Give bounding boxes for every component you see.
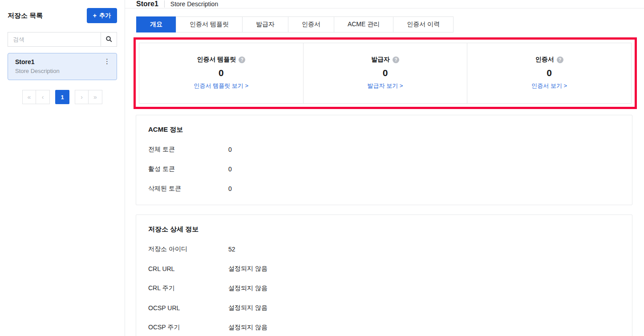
info-row-total-tokens: 전체 토큰 0 [148, 146, 620, 154]
info-label: 저장소 아이디 [148, 245, 228, 253]
store-title: Store1 [136, 0, 158, 8]
stat-issuer: 발급자 ? 0 발급자 보기 > [303, 43, 467, 103]
stat-certificate-template-value: 0 [139, 68, 303, 78]
pagination-prev-button[interactable]: ‹ [36, 90, 50, 104]
sidebar-header: 저장소 목록 + 추가 [8, 8, 117, 23]
info-label: 활성 토큰 [148, 165, 228, 173]
info-label: OCSP 주기 [148, 324, 228, 332]
search-icon [105, 36, 112, 44]
info-value: 설정되지 않음 [228, 324, 267, 332]
acme-info-card: ACME 정보 전체 토큰 0 활성 토큰 0 삭제된 토큰 0 [136, 115, 632, 205]
store-search-input[interactable] [8, 32, 101, 46]
stats-summary-card: 인증서 템플릿 ? 0 인증서 템플릿 보기 > 발급자 ? 0 발급자 보기 … [139, 43, 632, 104]
tab-certificate-template[interactable]: 인증서 템플릿 [176, 16, 243, 32]
add-store-button[interactable]: + 추가 [87, 8, 117, 23]
help-icon[interactable]: ? [393, 57, 399, 63]
info-value: 설정되지 않음 [228, 265, 267, 273]
store-item-menu-icon[interactable]: ⋮ [102, 57, 112, 66]
pagination-current-page[interactable]: 1 [55, 90, 69, 104]
store-detail-tabs: 개요 인증서 템플릿 발급자 인증서 ACME 관리 인증서 이력 [136, 16, 644, 32]
store-item-name: Store1 [15, 58, 109, 65]
info-value: 0 [228, 166, 232, 173]
info-row-ocsp-period: OCSP 주기 설정되지 않음 [148, 324, 620, 332]
app-root: 저장소 목록 + 추가 Store1 Store Description ⋮ [0, 0, 644, 336]
store-list-pagination: « ‹ 1 › » [8, 90, 117, 104]
info-row-crl-period: CRL 주기 설정되지 않음 [148, 284, 620, 292]
help-icon[interactable]: ? [239, 57, 245, 63]
stat-certificate-template: 인증서 템플릿 ? 0 인증서 템플릿 보기 > [139, 43, 303, 103]
help-icon[interactable]: ? [557, 57, 563, 63]
tab-certificate-history[interactable]: 인증서 이력 [393, 16, 454, 32]
view-certificates-link[interactable]: 인증서 보기 > [531, 82, 567, 90]
view-certificate-templates-link[interactable]: 인증서 템플릿 보기 > [194, 82, 248, 90]
info-value: 52 [228, 246, 235, 253]
pagination-back-group: « ‹ [22, 90, 50, 104]
store-item-description: Store Description [15, 68, 109, 74]
info-row-ocsp-url: OCSP URL 설정되지 않음 [148, 304, 620, 312]
add-store-button-label: 추가 [99, 12, 111, 20]
plus-icon: + [93, 12, 97, 19]
main-content: Store1 Store Description 개요 인증서 템플릿 발급자 … [125, 0, 644, 336]
stats-highlight-annotation: 인증서 템플릿 ? 0 인증서 템플릿 보기 > 발급자 ? 0 발급자 보기 … [134, 37, 637, 109]
store-search-bar [8, 32, 117, 47]
pagination-first-button[interactable]: « [22, 90, 36, 104]
tab-certificate[interactable]: 인증서 [288, 16, 334, 32]
search-button[interactable] [101, 32, 117, 46]
info-label: OCSP URL [148, 304, 228, 312]
stat-title: 인증서 ? [535, 56, 563, 64]
info-row-store-id: 저장소 아이디 52 [148, 245, 620, 253]
stat-certificate-label: 인증서 [535, 56, 554, 64]
store-list-sidebar: 저장소 목록 + 추가 Store1 Store Description ⋮ [0, 0, 125, 336]
stat-issuer-label: 발급자 [371, 56, 390, 64]
info-value: 0 [228, 146, 232, 153]
stat-title: 발급자 ? [371, 56, 399, 64]
stat-issuer-value: 0 [304, 68, 467, 78]
stat-certificate: 인증서 ? 0 인증서 보기 > [467, 43, 631, 103]
stat-certificate-template-label: 인증서 템플릿 [197, 56, 236, 64]
store-detail-header: Store1 Store Description [125, 0, 644, 8]
store-list-item-store1[interactable]: Store1 Store Description ⋮ [8, 53, 117, 80]
info-value: 설정되지 않음 [228, 284, 267, 292]
pagination-next-button[interactable]: › [75, 90, 89, 104]
info-row-deleted-tokens: 삭제된 토큰 0 [148, 185, 620, 193]
tab-acme-management[interactable]: ACME 관리 [334, 16, 393, 32]
sidebar-title: 저장소 목록 [8, 12, 43, 20]
info-label: 전체 토큰 [148, 146, 228, 154]
stat-title: 인증서 템플릿 ? [197, 56, 245, 64]
tab-issuer[interactable]: 발급자 [242, 16, 288, 32]
info-label: CRL URL [148, 265, 228, 272]
header-divider [164, 0, 165, 8]
info-label: CRL 주기 [148, 284, 228, 292]
info-row-active-tokens: 활성 토큰 0 [148, 165, 620, 173]
info-value: 설정되지 않음 [228, 304, 267, 312]
view-issuers-link[interactable]: 발급자 보기 > [368, 82, 403, 90]
info-value: 0 [228, 185, 232, 192]
store-details-title: 저장소 상세 정보 [148, 225, 620, 234]
store-details-card: 저장소 상세 정보 저장소 아이디 52 CRL URL 설정되지 않음 CRL… [136, 215, 632, 336]
tab-overview[interactable]: 개요 [136, 16, 176, 32]
info-row-crl-url: CRL URL 설정되지 않음 [148, 265, 620, 273]
pagination-forward-group: › » [75, 90, 102, 104]
acme-info-title: ACME 정보 [148, 125, 620, 134]
info-label: 삭제된 토큰 [148, 185, 228, 193]
store-subtitle: Store Description [170, 0, 218, 8]
stat-certificate-value: 0 [467, 68, 631, 78]
pagination-last-button[interactable]: » [89, 90, 102, 104]
